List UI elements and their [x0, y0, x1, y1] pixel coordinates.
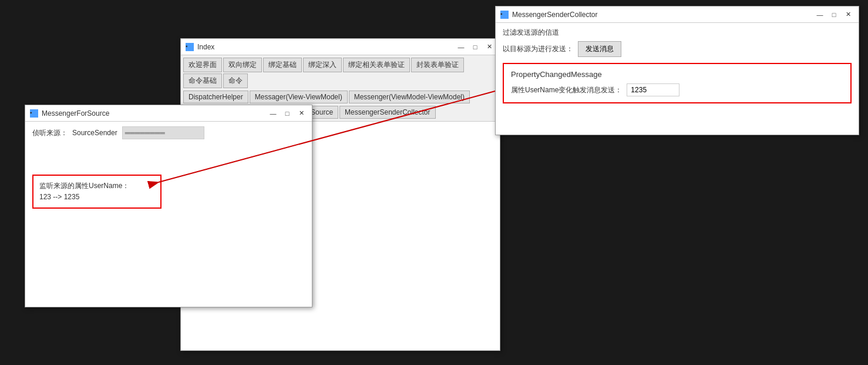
source-textbox[interactable]: ════════	[122, 126, 204, 139]
source-title-label: MessengerForSource	[42, 109, 109, 118]
toolbar-btn-sender-collector[interactable]: MessengerSenderCollector	[339, 106, 435, 119]
send-btn[interactable]: 发送消息	[578, 41, 621, 57]
collector-title-label: MessengerSenderCollector	[512, 11, 597, 19]
source-minimize-btn[interactable]: —	[267, 109, 279, 118]
source-close-btn[interactable]: ✕	[295, 109, 307, 118]
index-toolbar: 欢迎界面 双向绑定 绑定基础 绑定深入 绑定相关表单验证 封装表单验证 命令基础…	[181, 55, 500, 91]
collector-content: 过滤发送源的信道 以目标源为进行发送： 发送消息 PropertyChanged…	[496, 23, 859, 135]
toolbar-btn-messager-vm[interactable]: Messager(View-ViewModel)	[250, 91, 348, 103]
source-maximize-btn[interactable]: □	[281, 109, 293, 118]
source-titlebar: ▪ MessengerForSource — □ ✕	[25, 105, 312, 122]
index-controls: — □ ✕	[455, 42, 495, 52]
property-input[interactable]	[627, 83, 679, 96]
index-close-btn[interactable]: ✕	[483, 42, 495, 52]
index-icon: ▪	[186, 43, 194, 51]
collector-close-btn[interactable]: ✕	[842, 10, 854, 19]
index-titlebar: ▪ Index — □ ✕	[181, 39, 500, 55]
collector-controls: — □ ✕	[814, 10, 854, 19]
index-toolbar-row2: DispatcherHelper Messager(View-ViewModel…	[181, 91, 500, 106]
toolbar-btn-messenger-vmvm[interactable]: Messenger(ViewModel-ViewModel)	[349, 91, 470, 103]
property-box: PropertyChangedMessage 属性UserName变化触发消息发…	[503, 63, 852, 103]
source-icon: ▪	[30, 109, 38, 118]
collector-titlebar: ▪ MessengerSenderCollector — □ ✕	[496, 6, 859, 23]
toolbar-btn-dispatcher[interactable]: DispatcherHelper	[183, 91, 248, 103]
toolbar-btn-binding-basic[interactable]: 绑定基础	[263, 58, 302, 72]
index-title-label: Index	[197, 43, 214, 51]
collector-title-group: ▪ MessengerSenderCollector	[500, 11, 597, 19]
monitor-box: 监听来源的属性UserName： 123 --> 1235	[32, 175, 162, 209]
toolbar-btn-welcome[interactable]: 欢迎界面	[183, 58, 222, 72]
collector-window: ▪ MessengerSenderCollector — □ ✕ 过滤发送源的信…	[495, 6, 859, 135]
source-listen-value: SourceSender	[72, 129, 117, 137]
toolbar-btn-cmd[interactable]: 命令	[223, 73, 248, 88]
collector-maximize-btn[interactable]: □	[828, 10, 840, 19]
source-textbox-value: ════════	[125, 129, 165, 137]
toolbar-btn-form-wrap[interactable]: 封装表单验证	[411, 58, 464, 72]
source-content: 侦听来源： SourceSender ════════ 监听来源的属性UserN…	[25, 122, 312, 307]
toolbar-btn-binding-deep[interactable]: 绑定深入	[303, 58, 342, 72]
source-listen-label: 侦听来源：	[32, 128, 68, 138]
source-window: ▪ MessengerForSource — □ ✕ 侦听来源： SourceS…	[25, 105, 312, 307]
index-maximize-btn[interactable]: □	[469, 42, 481, 52]
collector-minimize-btn[interactable]: —	[814, 10, 826, 19]
send-row: 以目标源为进行发送： 发送消息	[503, 41, 852, 57]
source-title-group: ▪ MessengerForSource	[30, 109, 109, 118]
source-controls: — □ ✕	[267, 109, 307, 118]
filter-label: 过滤发送源的信道	[503, 28, 852, 38]
toolbar-btn-cmd-basic[interactable]: 命令基础	[183, 73, 222, 88]
source-listen-row: 侦听来源： SourceSender ════════	[32, 126, 305, 139]
property-row: 属性UserName变化触发消息发送：	[511, 83, 843, 96]
property-title: PropertyChangedMessage	[511, 70, 843, 79]
toolbar-btn-twoway[interactable]: 双向绑定	[223, 58, 262, 72]
index-title-group: ▪ Index	[186, 43, 214, 51]
collector-icon: ▪	[500, 11, 509, 19]
send-label: 以目标源为进行发送：	[503, 44, 573, 54]
property-label: 属性UserName变化触发消息发送：	[511, 85, 622, 95]
monitor-label: 监听来源的属性UserName：	[39, 180, 154, 192]
monitor-value: 123 --> 1235	[39, 192, 154, 203]
index-minimize-btn[interactable]: —	[455, 42, 467, 52]
toolbar-btn-form-validate[interactable]: 绑定相关表单验证	[343, 58, 410, 72]
